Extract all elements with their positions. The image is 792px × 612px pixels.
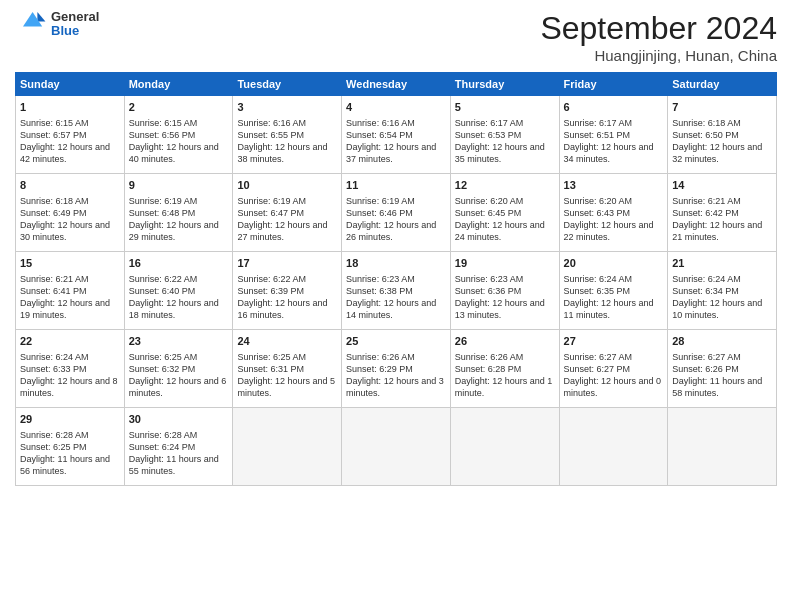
logo: General Blue: [15, 10, 99, 39]
sunrise-text: Sunrise: 6:25 AM: [237, 352, 306, 362]
daylight-text: Daylight: 11 hours and 56 minutes.: [20, 454, 110, 476]
sunset-text: Sunset: 6:46 PM: [346, 208, 413, 218]
page-container: General Blue September 2024 Huangjinjing…: [0, 0, 792, 496]
table-row: 24Sunrise: 6:25 AMSunset: 6:31 PMDayligh…: [233, 330, 342, 408]
sunrise-text: Sunrise: 6:25 AM: [129, 352, 198, 362]
calendar-body: 1Sunrise: 6:15 AMSunset: 6:57 PMDaylight…: [16, 96, 777, 486]
table-row: 21Sunrise: 6:24 AMSunset: 6:34 PMDayligh…: [668, 252, 777, 330]
sunset-text: Sunset: 6:36 PM: [455, 286, 522, 296]
daylight-text: Daylight: 12 hours and 27 minutes.: [237, 220, 327, 242]
daylight-text: Daylight: 12 hours and 30 minutes.: [20, 220, 110, 242]
sunset-text: Sunset: 6:39 PM: [237, 286, 304, 296]
daylight-text: Daylight: 12 hours and 6 minutes.: [129, 376, 227, 398]
table-row: 22Sunrise: 6:24 AMSunset: 6:33 PMDayligh…: [16, 330, 125, 408]
daylight-text: Daylight: 12 hours and 18 minutes.: [129, 298, 219, 320]
logo-icon: [15, 10, 47, 38]
sunset-text: Sunset: 6:35 PM: [564, 286, 631, 296]
sunset-text: Sunset: 6:40 PM: [129, 286, 196, 296]
day-number: 3: [237, 100, 337, 115]
daylight-text: Daylight: 12 hours and 13 minutes.: [455, 298, 545, 320]
table-row: 28Sunrise: 6:27 AMSunset: 6:26 PMDayligh…: [668, 330, 777, 408]
sunrise-text: Sunrise: 6:18 AM: [672, 118, 741, 128]
table-row: 9Sunrise: 6:19 AMSunset: 6:48 PMDaylight…: [124, 174, 233, 252]
daylight-text: Daylight: 12 hours and 40 minutes.: [129, 142, 219, 164]
sunset-text: Sunset: 6:53 PM: [455, 130, 522, 140]
sunset-text: Sunset: 6:25 PM: [20, 442, 87, 452]
day-number: 14: [672, 178, 772, 193]
header-tuesday: Tuesday: [233, 73, 342, 96]
sunset-text: Sunset: 6:48 PM: [129, 208, 196, 218]
day-number: 28: [672, 334, 772, 349]
sunrise-text: Sunrise: 6:15 AM: [20, 118, 89, 128]
day-number: 10: [237, 178, 337, 193]
daylight-text: Daylight: 12 hours and 24 minutes.: [455, 220, 545, 242]
sunrise-text: Sunrise: 6:20 AM: [564, 196, 633, 206]
table-row: 4Sunrise: 6:16 AMSunset: 6:54 PMDaylight…: [342, 96, 451, 174]
day-number: 13: [564, 178, 664, 193]
daylight-text: Daylight: 12 hours and 26 minutes.: [346, 220, 436, 242]
day-number: 6: [564, 100, 664, 115]
sunset-text: Sunset: 6:32 PM: [129, 364, 196, 374]
day-number: 25: [346, 334, 446, 349]
daylight-text: Daylight: 11 hours and 58 minutes.: [672, 376, 762, 398]
sunset-text: Sunset: 6:45 PM: [455, 208, 522, 218]
sunrise-text: Sunrise: 6:24 AM: [672, 274, 741, 284]
table-row: 3Sunrise: 6:16 AMSunset: 6:55 PMDaylight…: [233, 96, 342, 174]
sunset-text: Sunset: 6:41 PM: [20, 286, 87, 296]
table-row: 7Sunrise: 6:18 AMSunset: 6:50 PMDaylight…: [668, 96, 777, 174]
sunrise-text: Sunrise: 6:17 AM: [455, 118, 524, 128]
sunrise-text: Sunrise: 6:22 AM: [129, 274, 198, 284]
day-number: 20: [564, 256, 664, 271]
day-number: 4: [346, 100, 446, 115]
day-number: 2: [129, 100, 229, 115]
month-title: September 2024: [540, 10, 777, 47]
weekday-header-row: Sunday Monday Tuesday Wednesday Thursday…: [16, 73, 777, 96]
table-row: 19Sunrise: 6:23 AMSunset: 6:36 PMDayligh…: [450, 252, 559, 330]
daylight-text: Daylight: 12 hours and 3 minutes.: [346, 376, 444, 398]
sunrise-text: Sunrise: 6:24 AM: [564, 274, 633, 284]
sunset-text: Sunset: 6:26 PM: [672, 364, 739, 374]
day-number: 24: [237, 334, 337, 349]
sunrise-text: Sunrise: 6:26 AM: [455, 352, 524, 362]
daylight-text: Daylight: 12 hours and 14 minutes.: [346, 298, 436, 320]
sunrise-text: Sunrise: 6:21 AM: [672, 196, 741, 206]
day-number: 7: [672, 100, 772, 115]
table-row: 6Sunrise: 6:17 AMSunset: 6:51 PMDaylight…: [559, 96, 668, 174]
table-row: 20Sunrise: 6:24 AMSunset: 6:35 PMDayligh…: [559, 252, 668, 330]
daylight-text: Daylight: 12 hours and 21 minutes.: [672, 220, 762, 242]
table-row: 27Sunrise: 6:27 AMSunset: 6:27 PMDayligh…: [559, 330, 668, 408]
sunset-text: Sunset: 6:31 PM: [237, 364, 304, 374]
daylight-text: Daylight: 12 hours and 29 minutes.: [129, 220, 219, 242]
daylight-text: Daylight: 12 hours and 10 minutes.: [672, 298, 762, 320]
daylight-text: Daylight: 12 hours and 22 minutes.: [564, 220, 654, 242]
logo-text: General Blue: [51, 10, 99, 39]
table-row: 17Sunrise: 6:22 AMSunset: 6:39 PMDayligh…: [233, 252, 342, 330]
sunrise-text: Sunrise: 6:23 AM: [455, 274, 524, 284]
table-row: 18Sunrise: 6:23 AMSunset: 6:38 PMDayligh…: [342, 252, 451, 330]
header-thursday: Thursday: [450, 73, 559, 96]
day-number: 29: [20, 412, 120, 427]
sunset-text: Sunset: 6:51 PM: [564, 130, 631, 140]
day-number: 19: [455, 256, 555, 271]
day-number: 27: [564, 334, 664, 349]
daylight-text: Daylight: 12 hours and 32 minutes.: [672, 142, 762, 164]
table-row: 5Sunrise: 6:17 AMSunset: 6:53 PMDaylight…: [450, 96, 559, 174]
daylight-text: Daylight: 12 hours and 16 minutes.: [237, 298, 327, 320]
header-friday: Friday: [559, 73, 668, 96]
sunrise-text: Sunrise: 6:16 AM: [346, 118, 415, 128]
table-row: 29Sunrise: 6:28 AMSunset: 6:25 PMDayligh…: [16, 408, 125, 486]
sunrise-text: Sunrise: 6:20 AM: [455, 196, 524, 206]
table-row: 10Sunrise: 6:19 AMSunset: 6:47 PMDayligh…: [233, 174, 342, 252]
sunrise-text: Sunrise: 6:27 AM: [672, 352, 741, 362]
table-row: 11Sunrise: 6:19 AMSunset: 6:46 PMDayligh…: [342, 174, 451, 252]
table-row: [342, 408, 451, 486]
sunrise-text: Sunrise: 6:28 AM: [129, 430, 198, 440]
table-row: [559, 408, 668, 486]
sunrise-text: Sunrise: 6:19 AM: [346, 196, 415, 206]
table-row: 13Sunrise: 6:20 AMSunset: 6:43 PMDayligh…: [559, 174, 668, 252]
daylight-text: Daylight: 11 hours and 55 minutes.: [129, 454, 219, 476]
sunset-text: Sunset: 6:29 PM: [346, 364, 413, 374]
sunrise-text: Sunrise: 6:19 AM: [129, 196, 198, 206]
day-number: 1: [20, 100, 120, 115]
sunrise-text: Sunrise: 6:19 AM: [237, 196, 306, 206]
